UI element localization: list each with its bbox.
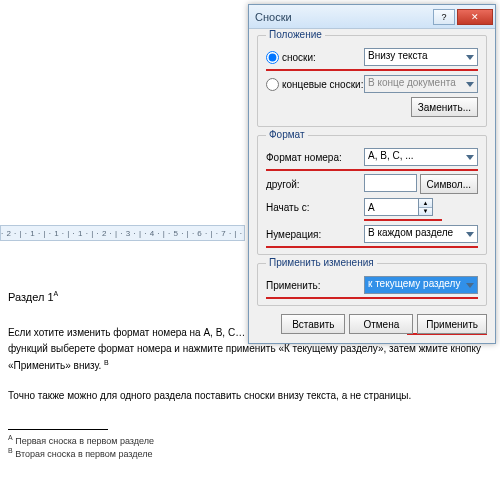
group-position-legend: Положение xyxy=(266,29,325,40)
endnotes-radio-label: концевые сноски: xyxy=(282,79,363,90)
group-apply-legend: Применить изменения xyxy=(266,257,377,268)
number-format-label: Формат номера: xyxy=(266,152,364,163)
footnotes-radio-label: сноски: xyxy=(282,52,316,63)
apply-to-label: Применить: xyxy=(266,280,364,291)
apply-to-combo[interactable]: к текущему разделу xyxy=(364,276,478,294)
footnotes-radio-input[interactable] xyxy=(266,51,279,64)
highlight-line xyxy=(266,297,478,299)
ruler-marks: · 2 · | · 1 · | · 1 · | · 1 · | · 2 · | … xyxy=(1,229,244,238)
cancel-button[interactable]: Отмена xyxy=(349,314,413,334)
group-format: Формат Формат номера: A, B, C, ... друго… xyxy=(257,135,487,255)
start-at-input[interactable] xyxy=(364,198,419,216)
start-at-spinner[interactable]: ▲ ▼ xyxy=(419,198,433,216)
endnotes-position-combo: В конце документа xyxy=(364,75,478,93)
help-icon: ? xyxy=(441,12,446,22)
number-format-combo[interactable]: A, B, C, ... xyxy=(364,148,478,166)
footnote-divider xyxy=(8,429,108,430)
dialog-button-row: Вставить Отмена Применить xyxy=(257,314,487,334)
footnotes-radio[interactable]: сноски: xyxy=(266,51,364,64)
close-icon: ✕ xyxy=(471,12,479,22)
numbering-label: Нумерация: xyxy=(266,229,364,240)
insert-button[interactable]: Вставить xyxy=(281,314,345,334)
highlight-line xyxy=(266,246,478,248)
group-position: Положение сноски: Внизу текста концевые … xyxy=(257,35,487,127)
help-button[interactable]: ? xyxy=(433,9,455,25)
custom-mark-label: другой: xyxy=(266,179,364,190)
footnote-ref-b: B xyxy=(104,359,109,366)
change-button[interactable]: Заменить... xyxy=(411,97,478,117)
group-format-legend: Формат xyxy=(266,129,308,140)
section-title-text: Раздел 1 xyxy=(8,291,54,303)
footnotes-position-combo[interactable]: Внизу текста xyxy=(364,48,478,66)
close-button[interactable]: ✕ xyxy=(457,9,493,25)
numbering-combo[interactable]: В каждом разделе xyxy=(364,225,478,243)
custom-mark-input[interactable] xyxy=(364,174,417,192)
dialog-title: Сноски xyxy=(255,11,431,23)
symbol-button[interactable]: Символ... xyxy=(420,174,478,194)
spin-up-icon[interactable]: ▲ xyxy=(419,199,432,208)
endnotes-radio[interactable]: концевые сноски: xyxy=(266,78,364,91)
ruler: · 2 · | · 1 · | · 1 · | · 1 · | · 2 · | … xyxy=(0,225,245,241)
titlebar[interactable]: Сноски ? ✕ xyxy=(249,5,495,29)
footnote-1: A Первая сноска в первом разделе xyxy=(8,434,488,446)
highlight-line xyxy=(266,69,478,71)
apply-button[interactable]: Применить xyxy=(417,314,487,334)
highlight-line xyxy=(364,219,442,221)
footnote-ref-a: A xyxy=(54,290,59,297)
highlight-line xyxy=(266,169,478,171)
endnotes-radio-input[interactable] xyxy=(266,78,279,91)
spin-down-icon[interactable]: ▼ xyxy=(419,208,432,216)
group-apply: Применить изменения Применить: к текущем… xyxy=(257,263,487,306)
paragraph-2: Точно также можно для одного раздела пос… xyxy=(8,388,488,404)
start-at-label: Начать с: xyxy=(266,202,364,213)
footnote-2: B Вторая сноска в первом разделе xyxy=(8,447,488,459)
footnotes-dialog: Сноски ? ✕ Положение сноски: Внизу текст… xyxy=(248,4,496,344)
